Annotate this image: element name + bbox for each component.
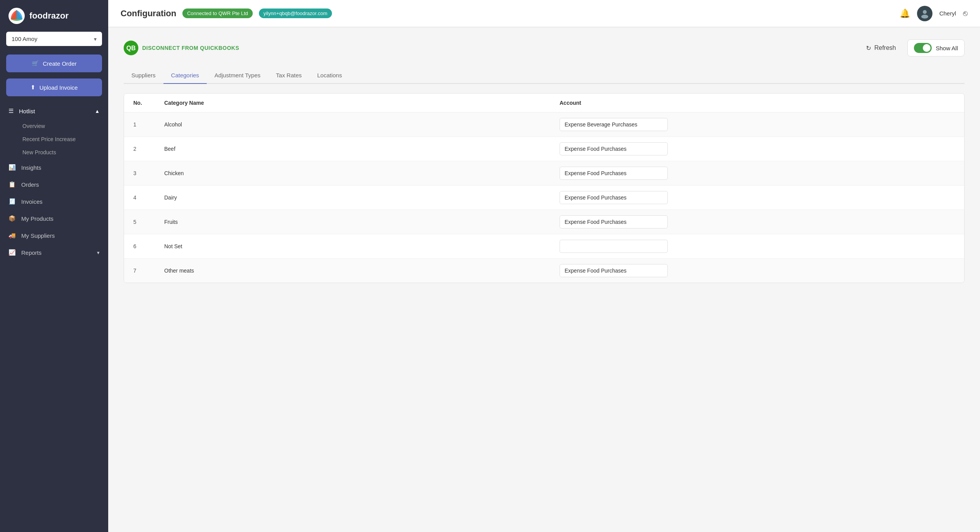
svg-text:QB: QB xyxy=(126,45,136,51)
sidebar-item-my-products[interactable]: 📦 My Products xyxy=(0,210,108,227)
table-row: 4 Dairy xyxy=(124,186,964,210)
tabs: Suppliers Categories Adjustment Types Ta… xyxy=(124,67,965,84)
row-number: 2 xyxy=(133,146,164,152)
sidebar-item-hotlist[interactable]: ☰ Hotlist ▲ xyxy=(0,102,108,119)
upload-icon: ⬆ xyxy=(31,84,36,91)
sidebar-item-insights[interactable]: 📊 Insights xyxy=(0,159,108,176)
hotlist-submenu: Overview Recent Price Increase New Produ… xyxy=(0,119,108,159)
new-products-label: New Products xyxy=(22,149,56,155)
refresh-icon: ↻ xyxy=(866,44,871,52)
table-row: 1 Alcohol xyxy=(124,113,964,137)
col-no: No. xyxy=(133,100,164,106)
cart-icon: 🛒 xyxy=(32,60,39,67)
page-title: Configuration xyxy=(121,9,176,19)
col-category-name: Category Name xyxy=(164,100,560,106)
account-input[interactable] xyxy=(560,142,668,155)
notification-bell-icon[interactable]: 🔔 xyxy=(900,9,910,19)
table-row: 6 Not Set xyxy=(124,234,964,259)
account-input[interactable] xyxy=(560,215,668,228)
row-category-name: Dairy xyxy=(164,194,560,201)
logo-area: foodrazor xyxy=(0,0,108,32)
table-row: 3 Chicken xyxy=(124,161,964,186)
table-header-row: No. Category Name Account xyxy=(124,94,964,113)
logout-icon[interactable]: ⎋ xyxy=(963,9,968,18)
show-all-toggle[interactable] xyxy=(914,43,932,53)
svg-point-2 xyxy=(921,15,928,19)
account-input[interactable] xyxy=(560,240,668,253)
row-number: 1 xyxy=(133,121,164,128)
suppliers-icon: 🚚 xyxy=(9,232,16,239)
chevron-down-icon: ▾ xyxy=(94,36,97,42)
row-category-name: Fruits xyxy=(164,219,560,225)
sidebar-item-my-products-label: My Products xyxy=(21,215,100,222)
sidebar-item-my-suppliers-label: My Suppliers xyxy=(21,232,100,239)
connected-badge: Connected to QWR Pte Ltd xyxy=(182,9,253,18)
row-category-name: Alcohol xyxy=(164,121,560,128)
sidebar-item-recent-price-increase[interactable]: Recent Price Increase xyxy=(22,133,108,146)
recent-price-increase-label: Recent Price Increase xyxy=(22,136,76,142)
email-badge: yilynn+qbqb@foodrazor.com xyxy=(259,9,332,18)
sidebar-item-hotlist-label: Hotlist xyxy=(19,108,89,114)
row-number: 6 xyxy=(133,243,164,249)
table-row: 2 Beef xyxy=(124,137,964,161)
sidebar-item-my-suppliers[interactable]: 🚚 My Suppliers xyxy=(0,227,108,244)
sidebar: foodrazor 100 Amoy ▾ 🛒 Create Order ⬆ Up… xyxy=(0,0,108,532)
tab-categories[interactable]: Categories xyxy=(163,67,207,84)
chevron-down-icon: ▾ xyxy=(97,250,100,256)
header-icons: 🔔 Cheryl ⎋ xyxy=(900,6,968,21)
row-number: 4 xyxy=(133,194,164,201)
tab-suppliers[interactable]: Suppliers xyxy=(124,67,163,84)
reports-icon: 📈 xyxy=(9,249,16,256)
sidebar-item-overview[interactable]: Overview xyxy=(22,119,108,133)
col-account: Account xyxy=(560,100,955,106)
upload-invoice-label: Upload Invoice xyxy=(39,84,78,91)
show-all-toggle-wrap: Show All xyxy=(907,39,965,56)
categories-table: No. Category Name Account 1 Alcohol 2 Be… xyxy=(124,93,965,283)
row-category-name: Not Set xyxy=(164,243,560,249)
row-number: 7 xyxy=(133,268,164,274)
chart-icon: 📊 xyxy=(9,164,16,171)
tab-tax-rates[interactable]: Tax Rates xyxy=(268,67,310,84)
store-selector[interactable]: 100 Amoy ▾ xyxy=(6,32,102,46)
quickbooks-section: QB DISCONNECT FROM QUICKBOOKS xyxy=(124,41,239,55)
table-row: 5 Fruits xyxy=(124,210,964,234)
products-icon: 📦 xyxy=(9,215,16,222)
foodrazor-logo-icon xyxy=(9,8,25,24)
logo-text: foodrazor xyxy=(29,11,68,21)
account-input[interactable] xyxy=(560,167,668,180)
show-all-label: Show All xyxy=(936,45,958,51)
chevron-up-icon: ▲ xyxy=(95,108,100,114)
content-area: QB DISCONNECT FROM QUICKBOOKS ↻ Refresh … xyxy=(108,27,980,532)
tab-adjustment-types[interactable]: Adjustment Types xyxy=(207,67,268,84)
sidebar-item-reports[interactable]: 📈 Reports ▾ xyxy=(0,244,108,261)
main-area: Configuration Connected to QWR Pte Ltd y… xyxy=(108,0,980,532)
account-input[interactable] xyxy=(560,118,668,131)
sidebar-item-invoices[interactable]: 🧾 Invoices xyxy=(0,193,108,210)
sidebar-item-new-products[interactable]: New Products xyxy=(22,146,108,159)
account-input[interactable] xyxy=(560,264,668,277)
sidebar-item-orders[interactable]: 📋 Orders xyxy=(0,176,108,193)
header: Configuration Connected to QWR Pte Ltd y… xyxy=(108,0,980,27)
table-body: 1 Alcohol 2 Beef 3 Chicken 4 Dairy 5 Fru… xyxy=(124,113,964,283)
quickbooks-logo-icon: QB xyxy=(124,41,138,55)
create-order-label: Create Order xyxy=(43,60,77,67)
tab-locations[interactable]: Locations xyxy=(310,67,350,84)
disconnect-quickbooks-button[interactable]: DISCONNECT FROM QUICKBOOKS xyxy=(142,45,239,51)
refresh-button[interactable]: ↻ Refresh xyxy=(861,41,901,55)
orders-icon: 📋 xyxy=(9,181,16,188)
sidebar-item-orders-label: Orders xyxy=(21,181,100,188)
toolbar: QB DISCONNECT FROM QUICKBOOKS ↻ Refresh … xyxy=(124,39,965,56)
row-number: 3 xyxy=(133,170,164,176)
create-order-button[interactable]: 🛒 Create Order xyxy=(6,55,102,72)
account-input[interactable] xyxy=(560,191,668,204)
svg-point-1 xyxy=(923,10,927,14)
store-selector-label: 100 Amoy xyxy=(12,36,37,42)
sidebar-nav: ☰ Hotlist ▲ Overview Recent Price Increa… xyxy=(0,102,108,261)
avatar[interactable] xyxy=(917,6,932,21)
sidebar-item-insights-label: Insights xyxy=(21,164,100,171)
user-name[interactable]: Cheryl xyxy=(939,10,956,17)
upload-invoice-button[interactable]: ⬆ Upload Invoice xyxy=(6,78,102,96)
row-category-name: Chicken xyxy=(164,170,560,176)
sidebar-item-invoices-label: Invoices xyxy=(21,198,100,205)
row-number: 5 xyxy=(133,219,164,225)
